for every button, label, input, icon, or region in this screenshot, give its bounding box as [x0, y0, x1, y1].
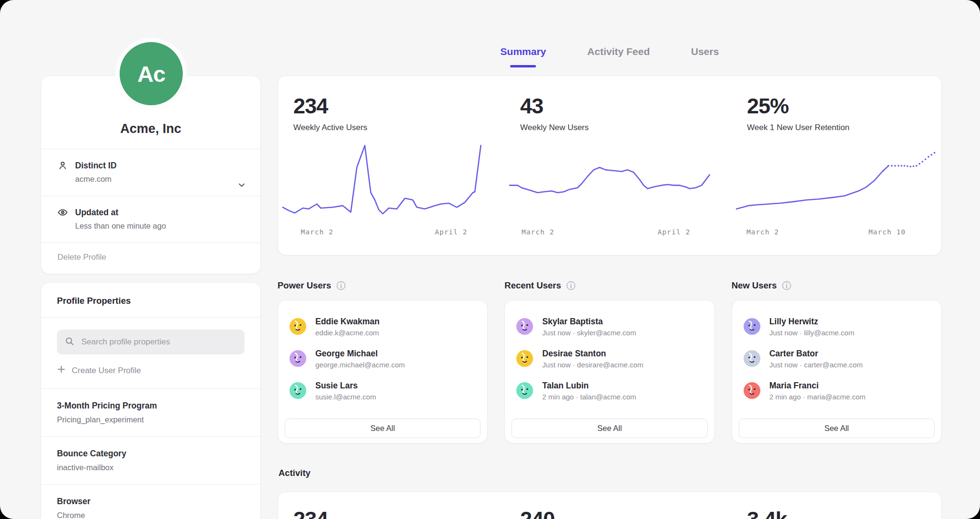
activity-section-title: Activity	[278, 468, 311, 478]
property-label: 3-Month Pricing Program	[57, 401, 245, 411]
user-avatar	[744, 350, 760, 367]
activity-stat-value: 234	[293, 508, 488, 519]
x-axis-tick: March 2	[301, 228, 334, 236]
user-name: George Michael	[315, 349, 405, 359]
face-icon	[516, 382, 533, 399]
plus-icon	[57, 365, 66, 376]
list-item[interactable]: Carter Bator Just now · carter@acme.com	[732, 342, 941, 375]
profile-properties-card: Profile Properties Create User Profile 3…	[41, 282, 261, 519]
weekly-active-users-sparkline	[283, 143, 483, 224]
stat-value: 234	[293, 95, 483, 117]
info-icon[interactable]: ⓘ	[336, 281, 345, 290]
tab-users[interactable]: Users	[691, 46, 719, 67]
new-users-card: Lilly Herwitz Just now · lilly@acme.com …	[732, 300, 942, 443]
activity-stat-value: 3.4k	[747, 508, 941, 519]
stat-label: Weekly Active Users	[293, 123, 483, 133]
list-item[interactable]: Maria Franci 2 min ago · maria@acme.com	[732, 375, 941, 407]
see-all-button[interactable]: See All	[285, 419, 480, 438]
x-axis: March 2April 2	[510, 225, 710, 240]
tab-summary[interactable]: Summary	[501, 46, 546, 67]
user-detail: Just now · lilly@acme.com	[769, 329, 855, 337]
stat-week1-retention: 25% Week 1 New User Retention March 2Mar…	[732, 76, 941, 255]
user-name: Carter Bator	[769, 349, 863, 359]
stat-label: Week 1 New User Retention	[747, 123, 936, 133]
user-detail: 2 min ago · talan@acme.com	[542, 393, 636, 401]
summary-stats-card: 234 Weekly Active Users March 2April 2 4…	[278, 76, 942, 255]
list-item[interactable]: Eddie Kwakman eddie.k@acme.com	[278, 310, 487, 342]
list-item[interactable]: Susie Lars susie.l@acme.com	[278, 375, 487, 407]
list-item[interactable]: Desirae Stanton Just now · desirare@acme…	[505, 342, 714, 375]
power-users-card: Eddie Kwakman eddie.k@acme.com George Mi…	[278, 300, 488, 443]
x-axis-tick: April 2	[435, 228, 468, 236]
recent-users-card: Skylar Baptista Just now · skyler@acme.c…	[504, 300, 714, 443]
x-axis-tick: March 2	[746, 228, 779, 236]
create-user-profile-button[interactable]: Create User Profile	[57, 365, 245, 376]
activity-card: 234 240 3.4k	[278, 492, 942, 519]
stat-weekly-active-users: 234 Weekly Active Users March 2April 2	[278, 76, 488, 255]
list-item[interactable]: Talan Lubin 2 min ago · talan@acme.com	[505, 375, 714, 407]
x-axis-tick: March 2	[522, 228, 554, 236]
list-item[interactable]: Skylar Baptista Just now · skyler@acme.c…	[505, 310, 714, 342]
user-name: Maria Franci	[769, 381, 866, 391]
tab-bar: Summary Activity Feed Users	[278, 46, 942, 67]
face-icon	[744, 382, 760, 399]
recent-users-title: Recent Users	[504, 280, 561, 291]
profile-summary-card: Acme, Inc Distinct ID acme.com	[41, 76, 261, 274]
divider	[41, 317, 260, 318]
list-item[interactable]: George Michael george.michael@acme.com	[278, 342, 487, 375]
face-icon	[744, 318, 760, 335]
weekly-new-users-sparkline	[510, 143, 710, 224]
x-axis: March 2April 2	[283, 225, 483, 240]
search-icon	[65, 336, 75, 348]
company-avatar: Ac	[120, 42, 183, 105]
updated-at-row: Updated at Less than one minute ago	[41, 196, 260, 243]
delete-profile-button[interactable]: Delete Profile	[41, 243, 260, 274]
face-icon	[516, 318, 533, 335]
distinct-id-label: Distinct ID	[75, 161, 117, 171]
face-icon	[744, 350, 760, 367]
user-avatar	[744, 382, 760, 399]
new-users-title: New Users	[732, 280, 777, 291]
stat-value: 43	[520, 95, 710, 117]
stat-weekly-new-users: 43 Weekly New Users March 2April 2	[505, 76, 714, 255]
info-icon[interactable]: ⓘ	[567, 281, 576, 290]
property-row-bounce-category[interactable]: Bounce Category inactive-mailbox	[41, 436, 260, 484]
user-detail: 2 min ago · maria@acme.com	[769, 393, 866, 401]
user-avatar	[290, 350, 306, 367]
see-all-button[interactable]: See All	[512, 419, 707, 438]
search-profile-properties-field[interactable]	[57, 330, 245, 354]
user-detail: eddie.k@acme.com	[315, 329, 379, 337]
property-value: Pricing_plan_experiment	[57, 415, 245, 424]
user-detail: Just now · desirare@acme.com	[542, 361, 643, 369]
user-name: Skylar Baptista	[542, 317, 636, 327]
user-name: Susie Lars	[315, 381, 376, 391]
profile-properties-title: Profile Properties	[41, 283, 260, 317]
property-row-browser[interactable]: Browser Chrome	[41, 484, 260, 519]
tab-activity-feed[interactable]: Activity Feed	[587, 46, 650, 67]
property-label: Bounce Category	[57, 449, 245, 459]
user-lists-row: Power Users ⓘ Eddie Kwakman eddie.k@acme…	[278, 279, 942, 443]
list-item[interactable]: Lilly Herwitz Just now · lilly@acme.com	[732, 310, 941, 342]
distinct-id-row[interactable]: Distinct ID acme.com	[41, 149, 260, 196]
user-detail: susie.l@acme.com	[315, 393, 376, 401]
power-users-section: Power Users ⓘ Eddie Kwakman eddie.k@acme…	[278, 279, 488, 443]
week1-retention-sparkline	[736, 143, 936, 224]
user-avatar	[516, 382, 533, 399]
screen: Ac Acme, Inc Distinct ID acme.com	[0, 0, 980, 519]
search-input[interactable]	[80, 337, 237, 347]
see-all-button[interactable]: See All	[739, 419, 935, 438]
info-icon[interactable]: ⓘ	[782, 281, 791, 290]
x-axis: March 2March 10	[736, 225, 936, 240]
updated-at-label: Updated at	[75, 208, 118, 218]
property-row-pricing-program[interactable]: 3-Month Pricing Program Pricing_plan_exp…	[41, 388, 260, 436]
face-icon	[290, 318, 306, 335]
user-name: Desirae Stanton	[542, 349, 643, 359]
x-axis-tick: March 10	[869, 228, 906, 236]
app-window: Ac Acme, Inc Distinct ID acme.com	[0, 0, 980, 519]
user-detail: Just now · skyler@acme.com	[542, 329, 636, 337]
power-users-title: Power Users	[278, 280, 331, 291]
new-users-section: New Users ⓘ Lilly Herwitz Just now · lil…	[732, 279, 942, 443]
recent-users-section: Recent Users ⓘ Skylar Baptista Just now …	[504, 279, 714, 443]
user-avatar	[290, 318, 306, 335]
chevron-down-icon[interactable]	[235, 179, 248, 191]
